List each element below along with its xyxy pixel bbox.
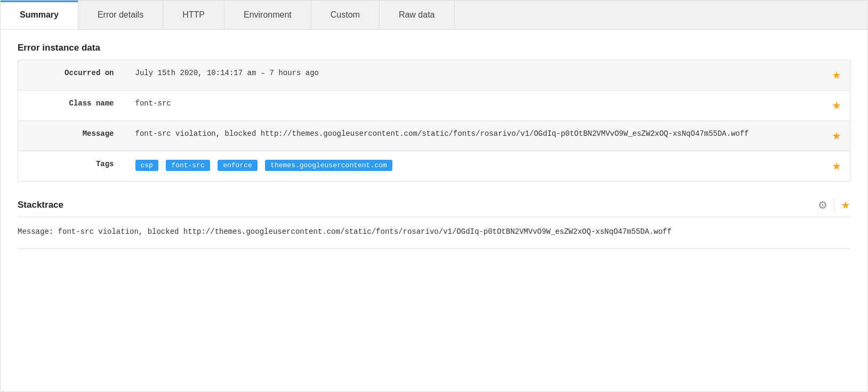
class-name-label: Class name [18,91,125,121]
tab-content: Error instance data Occurred on July 15t… [1,30,867,262]
tab-error-details[interactable]: Error details [78,1,163,29]
table-row: Message font-src violation, blocked http… [18,121,850,151]
star-icon[interactable]: ★ [832,160,841,172]
star-icon[interactable]: ★ [832,69,841,81]
tags-value: csp font-src enforce themes.googleuserco… [125,151,822,182]
stacktrace-actions: ⚙ ★ [818,199,850,211]
tab-bar: Summary Error details HTTP Environment C… [1,1,867,30]
star-icon[interactable]: ★ [832,130,841,142]
stacktrace-title: Stacktrace [18,200,63,210]
occurred-on-label: Occurred on [18,60,125,91]
table-row: Tags csp font-src enforce themes.googleu… [18,151,850,182]
class-name-star[interactable]: ★ [821,91,850,121]
class-name-value: font-src [125,91,822,121]
tab-custom[interactable]: Custom [311,1,380,29]
gear-icon[interactable]: ⚙ [818,199,827,211]
tab-http[interactable]: HTTP [163,1,224,29]
divider [834,199,834,211]
tab-summary[interactable]: Summary [1,1,78,29]
tab-raw-data[interactable]: Raw data [380,1,455,29]
message-star[interactable]: ★ [821,121,850,151]
stacktrace-content: Message: font-src violation, blocked htt… [18,226,850,249]
tag-enforce[interactable]: enforce [218,160,258,171]
message-label: Message [18,121,125,151]
tags-label: Tags [18,151,125,182]
error-instance-table: Occurred on July 15th 2020, 10:14:17 am … [18,60,850,182]
table-row: Occurred on July 15th 2020, 10:14:17 am … [18,60,850,91]
main-container: Summary Error details HTTP Environment C… [0,0,868,392]
star-icon[interactable]: ★ [832,100,841,111]
tab-environment[interactable]: Environment [224,1,311,29]
table-row: Class name font-src ★ [18,91,850,121]
tag-font-src[interactable]: font-src [166,160,210,171]
error-instance-title: Error instance data [18,43,850,53]
occurred-on-value: July 15th 2020, 10:14:17 am – 7 hours ag… [125,60,822,91]
occurred-on-star[interactable]: ★ [821,60,850,91]
message-value: font-src violation, blocked http://theme… [125,121,822,151]
star-icon[interactable]: ★ [841,199,850,211]
stacktrace-header: Stacktrace ⚙ ★ [18,199,850,217]
tag-csp[interactable]: csp [135,160,158,171]
tags-star[interactable]: ★ [821,151,850,182]
tag-themes[interactable]: themes.googleusercontent.com [265,160,392,171]
